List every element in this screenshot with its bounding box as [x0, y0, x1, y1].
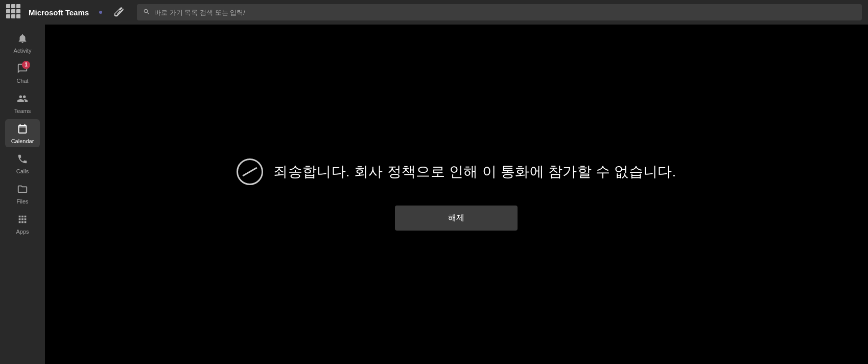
- main-area: Activity 1 Chat Teams: [0, 25, 868, 364]
- no-entry-icon: [237, 158, 263, 185]
- dismiss-button[interactable]: 해제: [395, 206, 518, 231]
- sidebar-item-files[interactable]: Files: [5, 179, 40, 208]
- topbar: Microsoft Teams: [0, 0, 868, 25]
- search-icon: [143, 8, 150, 17]
- apps-icon: [17, 214, 28, 226]
- search-bar[interactable]: [137, 4, 862, 20]
- activity-icon: [17, 33, 28, 46]
- chat-icon: 1: [17, 63, 28, 76]
- apps-label: Apps: [16, 229, 29, 235]
- sidebar-item-calendar[interactable]: Calendar: [5, 119, 40, 147]
- files-icon: [17, 184, 28, 196]
- sidebar-item-chat[interactable]: 1 Chat: [5, 59, 40, 87]
- chat-badge: 1: [22, 61, 30, 69]
- app-grid-button[interactable]: [6, 4, 22, 20]
- calls-label: Calls: [16, 168, 29, 174]
- sidebar: Activity 1 Chat Teams: [0, 25, 45, 364]
- files-label: Files: [16, 198, 28, 204]
- teams-label: Teams: [14, 108, 31, 114]
- compose-icon: [113, 7, 124, 18]
- error-text: 죄송합니다. 회사 정책으로 인해 이 통화에 참가할 수 없습니다.: [273, 162, 676, 181]
- error-message-row: 죄송합니다. 회사 정책으로 인해 이 통화에 참가할 수 없습니다.: [237, 158, 676, 185]
- teams-icon: [17, 93, 28, 106]
- sidebar-item-teams[interactable]: Teams: [5, 89, 40, 117]
- calendar-label: Calendar: [11, 138, 34, 144]
- sidebar-item-apps[interactable]: Apps: [5, 210, 40, 238]
- calendar-icon: [17, 123, 28, 136]
- calls-icon: [17, 153, 28, 166]
- activity-label: Activity: [14, 48, 32, 54]
- compose-button[interactable]: [110, 4, 127, 20]
- sidebar-item-calls[interactable]: Calls: [5, 149, 40, 177]
- app-title: Microsoft Teams: [29, 8, 89, 17]
- content-area: 죄송합니다. 회사 정책으로 인해 이 통화에 참가할 수 없습니다. 해제: [45, 25, 868, 364]
- sidebar-item-activity[interactable]: Activity: [5, 29, 40, 57]
- title-dot: [99, 11, 102, 14]
- error-container: 죄송합니다. 회사 정책으로 인해 이 통화에 참가할 수 없습니다. 해제: [237, 158, 676, 231]
- search-input[interactable]: [154, 9, 856, 16]
- chat-label: Chat: [16, 78, 28, 84]
